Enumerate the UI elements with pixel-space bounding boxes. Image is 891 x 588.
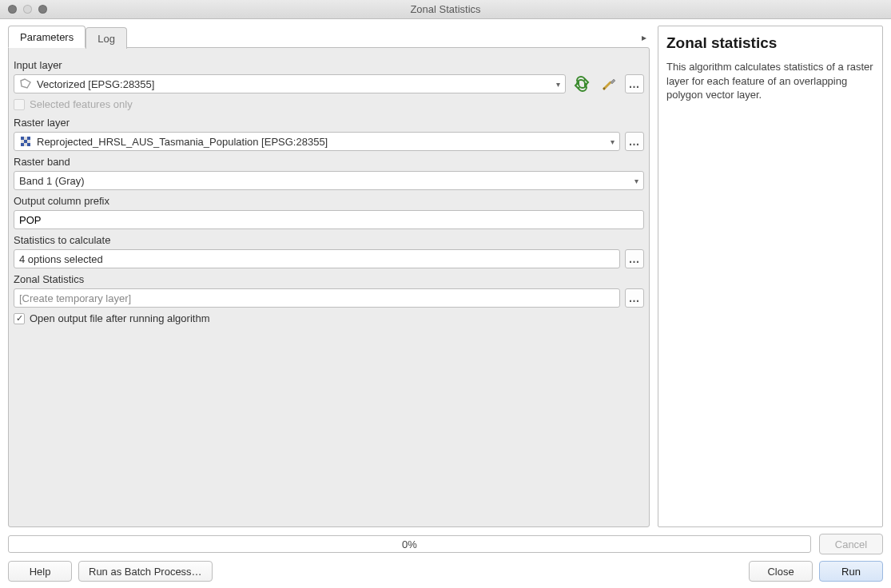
help-title: Zonal statistics <box>666 34 874 52</box>
help-panel: Zonal statistics This algorithm calculat… <box>658 26 883 527</box>
stats-select-button[interactable]: … <box>625 249 644 268</box>
tab-parameters[interactable]: Parameters <box>8 26 86 48</box>
raster-layer-combo[interactable]: Reprojected_HRSL_AUS_Tasmania_Population… <box>14 132 620 151</box>
vector-layer-icon <box>19 78 32 89</box>
run-button[interactable]: Run <box>819 561 883 582</box>
left-panel: Parameters Log ▸ Input layer Vectorized … <box>8 26 650 527</box>
advanced-options-button[interactable] <box>598 74 620 93</box>
ellipsis-icon: … <box>629 256 641 262</box>
window-title: Zonal Statistics <box>0 3 891 15</box>
tab-overflow-icon[interactable]: ▸ <box>642 32 650 48</box>
svg-rect-1 <box>21 137 24 140</box>
svg-rect-9 <box>27 143 30 146</box>
label-output-prefix: Output column prefix <box>14 195 644 207</box>
run-batch-button[interactable]: Run as Batch Process… <box>78 561 213 582</box>
chevron-down-icon: ▾ <box>634 177 638 185</box>
tab-label: Log <box>97 33 115 45</box>
help-button[interactable]: Help <box>8 561 72 582</box>
button-label: Cancel <box>835 538 867 550</box>
output-prefix-field[interactable] <box>19 214 638 226</box>
stats-to-calc-value: 4 options selected <box>19 253 103 265</box>
bottom-bar: 0% Cancel Help Run as Batch Process… Clo… <box>0 527 891 588</box>
browse-output-button[interactable]: … <box>625 288 644 308</box>
iterate-features-button[interactable] <box>571 74 593 93</box>
browse-input-layer-button[interactable]: … <box>625 74 644 93</box>
cancel-button: Cancel <box>819 534 883 554</box>
button-label: Close <box>767 566 794 578</box>
raster-band-value: Band 1 (Gray) <box>19 175 85 187</box>
zonal-output-input[interactable]: [Create temporary layer] <box>14 288 620 308</box>
ellipsis-icon: … <box>629 138 641 145</box>
open-output-row[interactable]: ✓ Open output file after running algorit… <box>14 312 644 324</box>
selected-features-checkbox <box>14 99 25 110</box>
parameters-pane: Input layer Vectorized [EPSG:28355] ▾ … <box>8 47 650 527</box>
input-layer-combo[interactable]: Vectorized [EPSG:28355] ▾ <box>14 74 566 93</box>
ellipsis-icon: … <box>629 295 641 301</box>
svg-rect-7 <box>21 143 24 146</box>
raster-layer-value: Reprojected_HRSL_AUS_Tasmania_Population… <box>37 136 328 148</box>
label-stats-calc: Statistics to calculate <box>14 234 644 246</box>
progress-text: 0% <box>402 538 417 550</box>
svg-rect-4 <box>21 140 24 143</box>
progress-bar: 0% <box>8 535 811 553</box>
label-raster-layer: Raster layer <box>14 117 644 129</box>
titlebar: Zonal Statistics <box>0 0 891 19</box>
zonal-output-placeholder: [Create temporary layer] <box>19 292 131 304</box>
open-output-checkbox[interactable]: ✓ <box>14 313 25 324</box>
chevron-down-icon: ▾ <box>611 137 615 146</box>
tab-log[interactable]: Log <box>86 27 127 49</box>
button-label: Run <box>841 566 861 578</box>
browse-raster-layer-button[interactable]: … <box>625 132 644 151</box>
raster-layer-icon <box>19 136 32 147</box>
label-zonal-output: Zonal Statistics <box>14 273 644 285</box>
stats-to-calc-display[interactable]: 4 options selected <box>14 249 620 268</box>
svg-rect-6 <box>27 140 30 143</box>
tab-label: Parameters <box>20 31 74 43</box>
open-output-label: Open output file after running algorithm <box>30 312 209 324</box>
selected-features-only-row: Selected features only <box>14 98 644 110</box>
label-raster-band: Raster band <box>14 156 644 168</box>
tab-bar: Parameters Log ▸ <box>8 26 650 48</box>
svg-rect-8 <box>24 143 27 146</box>
input-layer-value: Vectorized [EPSG:28355] <box>37 78 154 90</box>
svg-rect-5 <box>24 140 27 143</box>
button-label: Run as Batch Process… <box>89 566 202 578</box>
help-body: This algorithm calculates statistics of … <box>666 60 874 102</box>
raster-band-combo[interactable]: Band 1 (Gray) ▾ <box>14 171 644 190</box>
output-prefix-input[interactable] <box>14 210 644 229</box>
chevron-down-icon: ▾ <box>556 80 560 89</box>
close-button[interactable]: Close <box>749 561 813 582</box>
button-label: Help <box>30 566 51 578</box>
svg-rect-3 <box>27 137 30 140</box>
ellipsis-icon: … <box>629 81 641 87</box>
svg-rect-2 <box>24 137 27 140</box>
label-input-layer: Input layer <box>14 59 644 71</box>
selected-features-label: Selected features only <box>30 98 133 110</box>
svg-point-0 <box>603 88 606 90</box>
